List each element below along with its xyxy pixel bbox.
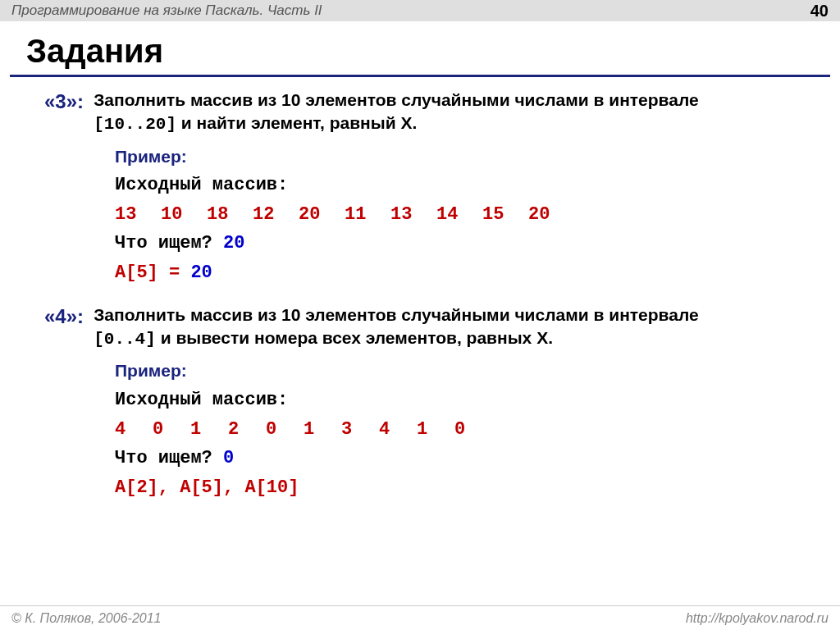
slide-body: «3»: Заполнить массив из 10 элементов сл… <box>0 89 840 500</box>
arr-item: 0 <box>266 418 304 442</box>
source-array: 4012013410 <box>115 418 807 442</box>
example-label: Пример: <box>115 145 807 168</box>
desc-text-pre: Заполнить массив из 10 элементов случайн… <box>94 305 699 324</box>
task-3: «3»: Заполнить массив из 10 элементов сл… <box>44 89 807 285</box>
slide-footer: © К. Поляков, 2006-2011 http://kpolyakov… <box>0 605 840 630</box>
arr-item: 0 <box>454 418 492 442</box>
result-line: A[5] = 20 <box>115 261 807 285</box>
slide-title: Задания <box>0 21 840 75</box>
arr-item: 15 <box>482 203 528 227</box>
prompt-value: 20 <box>223 233 244 253</box>
prompt-label: Что ищем? <box>115 233 223 253</box>
desc-code: [10..20] <box>94 115 176 134</box>
prompt-value: 0 <box>223 448 234 468</box>
arr-item: 1 <box>304 418 341 442</box>
arr-item: 18 <box>207 203 253 227</box>
desc-text-post: и найти элемент, равный X. <box>176 113 417 132</box>
arr-item: 4 <box>115 418 153 442</box>
arr-item: 11 <box>345 203 390 227</box>
result-rhs: 20 <box>190 262 212 283</box>
desc-code: [0..4] <box>94 330 156 349</box>
page-number: 40 <box>810 2 829 21</box>
slide-header: Программирование на языке Паскаль. Часть… <box>0 0 840 21</box>
task-grade: «4»: <box>44 304 84 330</box>
footer-url: http://kpolyakov.narod.ru <box>686 611 829 626</box>
arr-item: 1 <box>417 418 454 442</box>
arr-item: 13 <box>390 203 436 227</box>
copyright: © К. Поляков, 2006-2011 <box>11 611 161 626</box>
source-array-label: Исходный массив: <box>115 388 807 413</box>
arr-item: 20 <box>299 203 345 227</box>
source-array: 13101812201113141520 <box>115 203 807 227</box>
search-prompt: Что ищем? 20 <box>115 231 807 256</box>
source-array-label: Исходный массив: <box>115 173 807 198</box>
arr-item: 3 <box>341 418 379 442</box>
title-underline <box>10 75 830 77</box>
prompt-label: Что ищем? <box>115 448 223 468</box>
arr-item: 20 <box>528 203 574 227</box>
example-label: Пример: <box>115 359 807 382</box>
arr-item: 14 <box>436 203 482 227</box>
arr-item: 0 <box>153 418 190 442</box>
arr-item: 10 <box>161 203 207 227</box>
search-prompt: Что ищем? 0 <box>115 446 807 471</box>
arr-item: 13 <box>115 203 161 227</box>
arr-item: 4 <box>379 418 417 442</box>
arr-item: 1 <box>190 418 228 442</box>
task-description: Заполнить массив из 10 элементов случайн… <box>89 304 761 352</box>
task-grade: «3»: <box>44 89 84 115</box>
desc-text-post: и вывести номера всех элементов, равных … <box>156 328 553 347</box>
desc-text-pre: Заполнить массив из 10 элементов случайн… <box>94 90 699 109</box>
result-line: A[2], A[5], A[10] <box>115 476 807 500</box>
arr-item: 2 <box>228 418 266 442</box>
arr-item: 12 <box>253 203 299 227</box>
result-lhs: A[5] = <box>115 262 190 283</box>
task-description: Заполнить массив из 10 элементов случайн… <box>89 89 761 137</box>
course-title: Программирование на языке Паскаль. Часть… <box>11 2 322 19</box>
task-4: «4»: Заполнить массив из 10 элементов сл… <box>44 304 807 500</box>
